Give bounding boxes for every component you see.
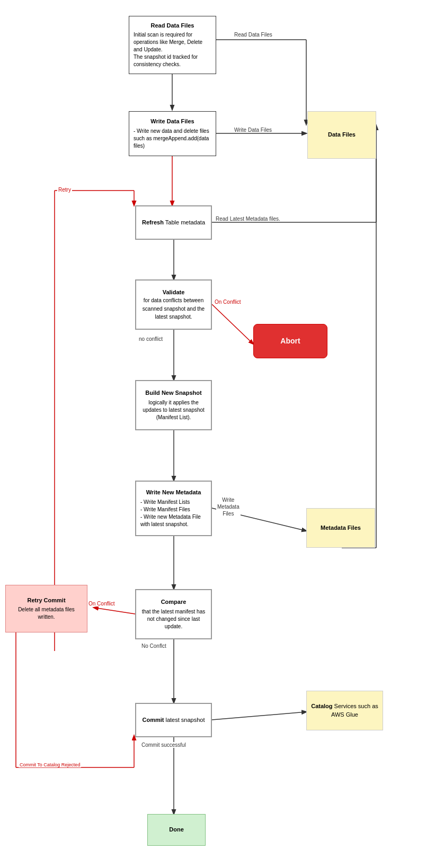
svg-line-21 (212, 712, 306, 720)
refresh-table-title: Refresh Table metadata (142, 219, 205, 227)
retry-label: Retry (57, 187, 72, 193)
metadata-files-box: Metadata Files (306, 508, 375, 548)
commit-to-catalog-rejected-label: Commit To Catalog Rejected (19, 762, 81, 767)
read-data-files-arrow-label: Read Data Files (233, 32, 273, 38)
done-box: Done (147, 814, 206, 846)
metadata-files-title: Metadata Files (321, 524, 361, 532)
no-conflct-label: No Conflct (140, 643, 167, 649)
write-data-files-desc: - Write new data and delete files such a… (134, 128, 211, 150)
write-metadata-files-label: WriteMetadataFiles (216, 496, 241, 517)
svg-line-11 (212, 304, 253, 344)
validate-title: Validatefor data conflicts between scann… (140, 288, 207, 321)
read-data-files-box: Read Data Files Initial scan is required… (129, 16, 216, 74)
validate-box: Validatefor data conflicts between scann… (135, 279, 212, 330)
commit-successful-label: Commit successful (140, 742, 187, 748)
done-title: Done (169, 826, 184, 834)
write-new-metadata-box: Write New Metadata - Write Manifest List… (135, 481, 212, 536)
abort-box: Abort (253, 324, 327, 358)
read-data-files-desc: Initial scan is required for operations … (134, 31, 211, 68)
compare-title: Compare (161, 598, 187, 606)
data-files-box: Data Files (307, 111, 376, 159)
on-conflict-validate-label: On Conflict (214, 299, 242, 305)
write-data-files-box: Write Data Files - Write new data and de… (129, 111, 216, 156)
svg-line-19 (94, 608, 135, 614)
write-new-metadata-title: Write New Metadata (146, 489, 201, 496)
build-snapshot-box: Build New Snapshot logically it applies … (135, 380, 212, 430)
compare-box: Compare that the latest manifest has not… (135, 589, 212, 639)
abort-title: Abort (280, 336, 300, 347)
diagram-container: Read Data Files Initial scan is required… (0, 0, 426, 868)
on-conflict-compare-label: On Conflict (87, 601, 116, 607)
catalog-box: Catalog Services such as AWS Glue (306, 691, 383, 730)
write-new-metadata-desc: - Write Manifest Lists- Write Manifest F… (140, 499, 207, 528)
retry-commit-title: Retry Commit (27, 596, 65, 604)
read-latest-metadata-label: Read Latest Metadata files. (215, 216, 281, 222)
write-data-files-title: Write Data Files (150, 117, 194, 125)
compare-desc: that the latest manifest has not changed… (140, 608, 207, 630)
commit-title: Commit latest snapshot (142, 716, 205, 724)
write-data-files-arrow-label: Write Data Files (233, 127, 273, 133)
read-data-files-title: Read Data Files (151, 22, 194, 30)
no-conflict-label: no conflict (138, 336, 164, 342)
catalog-title: Catalog Services such as AWS Glue (311, 702, 378, 719)
retry-commit-desc: Delete all metadata files written. (10, 606, 83, 621)
build-snapshot-title: Build New Snapshot (145, 389, 201, 397)
retry-commit-box: Retry Commit Delete all metadata files w… (5, 585, 87, 632)
build-snapshot-desc: logically it applies the updates to late… (140, 399, 207, 421)
refresh-table-box: Refresh Table metadata (135, 205, 212, 240)
data-files-title: Data Files (328, 131, 356, 139)
commit-box: Commit latest snapshot (135, 703, 212, 737)
